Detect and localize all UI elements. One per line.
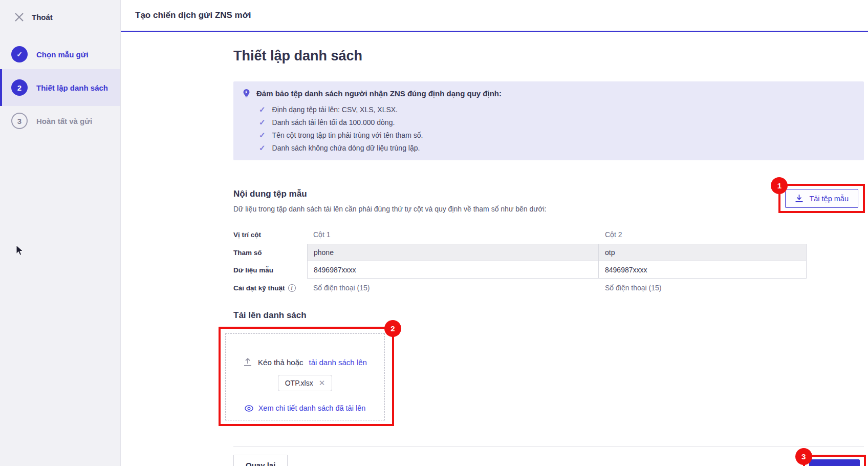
main-content: Thiết lập danh sách Đảm bảo tệp danh sác… (121, 32, 868, 466)
step-label: Hoàn tất và gửi (36, 117, 92, 125)
check-icon: ✓ (259, 105, 266, 114)
infobox-rule: ✓ Tên cột trong tập tin phải trùng với t… (259, 129, 853, 141)
step-label: Thiết lập danh sách (36, 83, 108, 92)
annotation-badge-3: 3 (795, 448, 812, 465)
view-uploaded-list-link[interactable]: Xem chi tiết danh sách đã tải lên (245, 404, 366, 412)
check-icon: ✓ (259, 118, 266, 127)
table-cell: Số điện thoại (15) (307, 279, 599, 297)
wizard-sidebar: Thoát ✓ Chọn mẫu gửi 2 Thiết lập danh sá… (0, 0, 121, 466)
remove-file-icon[interactable]: ✕ (319, 378, 326, 388)
table-cell: Cột 2 (599, 225, 807, 244)
annotation-badge-2: 2 (384, 320, 401, 337)
step-number-badge: 2 (11, 79, 28, 96)
infobox-rule-text: Danh sách tải lên tối đa 100.000 dòng. (272, 118, 395, 126)
step-label: Chọn mẫu gửi (36, 50, 89, 59)
uploaded-file-name: OTP.xlsx (285, 379, 313, 387)
file-dropzone[interactable]: Kéo thả hoặc tải danh sách lên OTP.xlsx … (225, 333, 385, 420)
upload-section-title: Tải lên danh sách (233, 310, 864, 321)
upload-icon (243, 357, 252, 367)
infobox-rule-text: Định dạng tệp tải lên: CSV, XLS, XLSX. (272, 105, 398, 114)
download-template-label: Tải tệp mẫu (809, 195, 849, 203)
format-requirements-infobox: Đảm bảo tệp danh sách người nhận ZNS đún… (233, 81, 864, 160)
dropzone-text: Kéo thả hoặc (258, 358, 303, 367)
row-label: Vị trí cột (233, 225, 307, 244)
upload-list-link[interactable]: tải danh sách lên (309, 358, 366, 367)
infobox-title: Đảm bảo tệp danh sách người nhận ZNS đún… (256, 89, 502, 98)
info-icon[interactable]: i (288, 284, 296, 292)
infobox-rule: ✓ Định dạng tệp tải lên: CSV, XLS, XLSX. (259, 103, 853, 116)
table-cell: Số điện thoại (15) (599, 279, 807, 297)
row-label: Tham số (233, 244, 307, 261)
table-cell: Cột 1 (307, 225, 599, 244)
footer-divider (233, 447, 864, 447)
table-cell: otp (599, 244, 807, 261)
infobox-rule: ✓ Danh sách không chứa dòng dữ liệu trùn… (259, 141, 853, 154)
table-cell: 8496987xxxx (599, 261, 807, 279)
infobox-rules-list: ✓ Định dạng tệp tải lên: CSV, XLS, XLSX.… (259, 103, 853, 154)
download-icon (795, 194, 804, 203)
sample-file-section-title: Nội dung tệp mẫu (233, 189, 547, 199)
view-uploaded-list-label: Xem chi tiết danh sách đã tải lên (258, 404, 366, 412)
row-label: Cài đặt kỹ thuật i (233, 279, 307, 297)
sample-file-description: Dữ liệu trong tập danh sách tải lên cần … (233, 205, 547, 213)
table-cell: 8496987xxxx (307, 261, 599, 279)
wizard-steps: ✓ Chọn mẫu gửi 2 Thiết lập danh sách 3 H… (0, 39, 120, 136)
infobox-rule-text: Danh sách không chứa dòng dữ liệu trùng … (272, 144, 420, 152)
back-button[interactable]: Quay lại (233, 455, 288, 466)
row-label: Dữ liệu mẫu (233, 261, 307, 279)
annotation-box-2: 2 Kéo thả hoặc tải danh sách lên OTP.xls… (219, 327, 394, 426)
annotation-box-3: 3 Tiếp tục (803, 455, 866, 466)
table-cell: phone (307, 244, 599, 261)
step-number-badge: 3 (11, 113, 28, 129)
download-template-button[interactable]: Tải tệp mẫu (785, 189, 858, 208)
infobox-rule-text: Tên cột trong tập tin phải trùng với tên… (272, 131, 423, 139)
exit-label: Thoát (32, 13, 53, 22)
continue-button[interactable]: Tiếp tục (809, 459, 860, 466)
mouse-cursor (16, 245, 24, 258)
step-item-setup-list[interactable]: 2 Thiết lập danh sách (0, 69, 120, 106)
eye-icon (245, 405, 253, 412)
page-header-title: Tạo chiến dịch gửi ZNS mới (135, 10, 251, 20)
exit-button[interactable]: Thoát (0, 0, 120, 22)
row-label-text: Cài đặt kỹ thuật (233, 284, 285, 292)
lightbulb-icon (243, 89, 250, 99)
step-done-check-icon: ✓ (11, 46, 28, 62)
close-icon (14, 12, 24, 22)
uploaded-file-chip[interactable]: OTP.xlsx ✕ (278, 375, 333, 391)
check-icon: ✓ (259, 143, 266, 153)
step-item-finish-send[interactable]: 3 Hoàn tất và gửi (0, 106, 120, 136)
page-title: Thiết lập danh sách (233, 48, 864, 64)
sample-parameters-table: Vị trí cột Cột 1 Cột 2 Tham số phone otp… (233, 225, 864, 297)
annotation-box-1: 1 Tải tệp mẫu (778, 184, 865, 213)
infobox-rule: ✓ Danh sách tải lên tối đa 100.000 dòng. (259, 116, 853, 129)
check-icon: ✓ (259, 131, 266, 140)
page-header: Tạo chiến dịch gửi ZNS mới (121, 0, 868, 32)
step-item-choose-template[interactable]: ✓ Chọn mẫu gửi (0, 39, 120, 69)
